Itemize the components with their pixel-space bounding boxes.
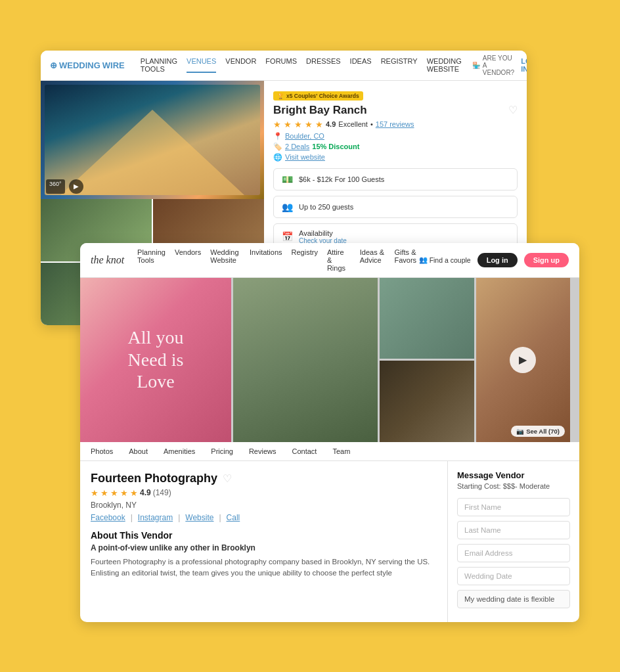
tk-star-2: ★ <box>100 488 108 498</box>
ww-login[interactable]: LOG IN <box>521 57 527 73</box>
ww-heart-icon[interactable]: ♡ <box>508 104 518 116</box>
tk-nav-registry[interactable]: Registry <box>292 248 318 272</box>
ww-photo-badges: 360° ▶ <box>46 179 83 194</box>
tk-find-couple: 👥 Find a couple <box>419 256 471 264</box>
ww-vendor-bar: 🏪 ARE YOU A VENDOR? <box>472 55 514 76</box>
guests-icon: 👥 <box>280 202 294 212</box>
tk-photo-grid: All youNeed isLove ▶ 📷 See All (70) <box>80 278 579 442</box>
tk-nav-planning[interactable]: Planning Tools <box>137 248 166 272</box>
ww-nav-forums[interactable]: FORUMS <box>265 57 297 73</box>
ww-availability-label: Availability <box>299 229 347 237</box>
ww-main-photo: 360° ▶ <box>41 81 264 199</box>
tk-first-name-field[interactable]: First Name <box>457 498 570 516</box>
badge-play[interactable]: ▶ <box>69 179 83 194</box>
tk-photo-right-group: ▶ 📷 See All (70) <box>380 278 570 442</box>
tk-sep-3: | <box>219 513 221 522</box>
cards-container: ⊕ WEDDINGWIRE PLANNING TOOLS VENUES VEND… <box>41 51 579 622</box>
tab-about[interactable]: About <box>121 442 156 460</box>
tk-login-button[interactable]: Log in <box>477 253 518 267</box>
tk-photo-left[interactable]: All youNeed isLove <box>80 278 231 442</box>
tab-amenities[interactable]: Amenities <box>156 442 203 460</box>
ww-reviews-link[interactable]: 157 reviews <box>376 120 414 128</box>
tk-last-name-field[interactable]: Last Name <box>457 521 570 539</box>
ww-nav-planning[interactable]: PLANNING TOOLS <box>141 57 177 73</box>
star-1: ★ <box>273 120 281 129</box>
tk-signup-button[interactable]: Sign up <box>524 253 569 267</box>
tab-contact[interactable]: Contact <box>284 442 325 460</box>
tk-website-link[interactable]: Website <box>185 513 213 522</box>
calendar-icon: 📅 <box>280 231 294 242</box>
ww-logo-wire: WIRE <box>102 60 125 70</box>
tab-reviews[interactable]: Reviews <box>241 442 284 460</box>
tent-decoration <box>60 110 244 195</box>
ww-discount: 15% Discount <box>312 143 359 150</box>
ww-feature-price: 💵 $6k - $12k For 100 Guests <box>273 168 518 190</box>
tk-wedding-date-field[interactable]: Wedding Date <box>457 567 570 585</box>
tk-photo-right-bottom[interactable] <box>380 361 474 442</box>
ww-nav-ideas[interactable]: IDEAS <box>350 57 372 73</box>
tk-photo-mid[interactable] <box>233 278 378 442</box>
tk-tabs: Photos About Amenities Pricing Reviews C… <box>80 442 579 461</box>
ww-nav-links: PLANNING TOOLS VENUES VENDOR FORUMS DRES… <box>141 57 462 73</box>
tk-cursive-text: All youNeed isLove <box>128 326 184 393</box>
ww-nav-vendor[interactable]: VENDOR <box>225 57 256 73</box>
ww-website-row: 🌐 Visit website <box>273 153 518 162</box>
tk-about-text: Fourteen Photography is a professional p… <box>91 556 437 579</box>
tk-nav-attire[interactable]: Attire & Rings <box>327 248 351 272</box>
ww-nav-registry[interactable]: REGISTRY <box>381 57 418 73</box>
badge-360[interactable]: 360° <box>46 179 65 194</box>
tk-links: Facebook | Instagram | Website | Call <box>91 513 437 522</box>
tk-about-subtitle: A point-of-view unlike any other in Broo… <box>91 543 437 552</box>
tk-star-3: ★ <box>110 488 118 498</box>
ww-stars: ★ ★ ★ ★ ★ 4.9 Excellent • 157 reviews <box>273 120 518 129</box>
ww-nav-wedding-website[interactable]: WEDDING WEBSITE <box>427 57 462 73</box>
tk-location: Brooklyn, NY <box>91 501 437 510</box>
location-icon: 📍 <box>273 132 282 141</box>
tk-date-flexible-field[interactable]: My wedding date is flexible <box>457 590 570 608</box>
tk-star-4: ★ <box>120 488 128 498</box>
ww-deals-link[interactable]: 2 Deals <box>285 143 309 150</box>
tk-nav: the knot Planning Tools Vendors Wedding … <box>80 243 579 278</box>
tab-team[interactable]: Team <box>324 442 358 460</box>
ww-nav-dresses[interactable]: DRESSES <box>306 57 341 73</box>
tk-nav-gifts[interactable]: Gifts & Favors <box>395 248 419 272</box>
ww-rating-label: Excellent <box>338 120 368 128</box>
tk-photo-right-top[interactable] <box>380 278 474 359</box>
trophy-icon: 🏆 <box>277 93 284 99</box>
ww-location-link[interactable]: Boulder, CO <box>285 132 324 140</box>
tk-main: Fourteen Photography ♡ ★ ★ ★ ★ ★ 4.9 (14… <box>80 461 448 622</box>
ww-venue-title: Bright Bay Ranch <box>273 104 367 117</box>
tk-photo-right-stack <box>380 278 474 442</box>
tk-nav-invitations[interactable]: Invitations <box>250 248 282 272</box>
tk-heart-icon[interactable]: ♡ <box>223 472 232 485</box>
ww-feature-guests-text: Up to 250 guests <box>299 203 353 211</box>
ww-deals-row: 🏷️ 2 Deals 15% Discount <box>273 143 518 151</box>
star-5: ★ <box>315 120 323 129</box>
tk-facebook-link[interactable]: Facebook <box>91 513 125 522</box>
tk-call-link[interactable]: Call <box>227 513 240 522</box>
person-icon: 👥 <box>419 256 428 264</box>
tab-photos[interactable]: Photos <box>91 442 121 460</box>
tk-instagram-link[interactable]: Instagram <box>138 513 173 522</box>
camera-icon: 📷 <box>516 428 524 435</box>
tk-nav-links: Planning Tools Vendors Wedding Website I… <box>137 248 419 272</box>
see-all-button[interactable]: 📷 See All (70) <box>511 426 565 437</box>
tk-message-title: Message Vendor <box>457 470 570 480</box>
ww-rating: 4.9 <box>326 120 336 128</box>
star-2: ★ <box>284 120 292 129</box>
ww-nav-venues[interactable]: VENUES <box>187 57 216 73</box>
tk-nav-wedding-website[interactable]: Wedding Website <box>210 248 240 272</box>
tk-email-field[interactable]: Email Address <box>457 544 570 562</box>
tk-sidebar: Message Vendor Starting Cost: $$$- Moder… <box>448 461 579 622</box>
ww-website-link[interactable]: Visit website <box>285 153 325 161</box>
tab-pricing[interactable]: Pricing <box>203 442 241 460</box>
ww-title-row: Bright Bay Ranch ♡ <box>273 104 518 117</box>
tk-nav-vendors[interactable]: Vendors <box>175 248 201 272</box>
ww-couples-badge: 🏆 x5 Couples' Choice Awards <box>273 91 363 101</box>
tk-review-count: (149) <box>153 488 171 497</box>
tk-nav-ideas[interactable]: Ideas & Advice <box>360 248 386 272</box>
tk-about-section: About This Vendor A point-of-view unlike… <box>91 530 437 579</box>
ww-feature-guests: 👥 Up to 250 guests <box>273 196 518 218</box>
tk-photo-right-full[interactable]: ▶ 📷 See All (70) <box>476 278 571 442</box>
video-play-button[interactable]: ▶ <box>510 347 536 373</box>
